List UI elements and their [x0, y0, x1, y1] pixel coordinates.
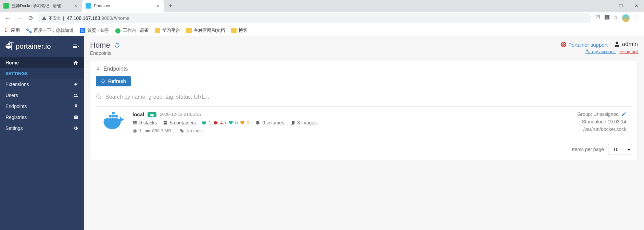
tab-title: 狂神Docker学习笔记 · 语雀 — [12, 3, 61, 9]
address-bar[interactable]: 不安全 | 47.108.167.163:9000/#/home — [38, 13, 591, 23]
browser-chrome: 狂神Docker学习笔记 · 语雀 × Portainer × + — ❐ ✕ … — [0, 0, 644, 36]
endpoints-panel: Endpoints Refresh — [90, 61, 638, 160]
endpoint-timestamp: 2020-12-13 21:05:35 — [160, 112, 201, 117]
address-row: ← → ⟳ 不安全 | 47.108.167.163:9000/#/home ⚿… — [0, 12, 644, 25]
window-controls: — ❐ ✕ — [598, 0, 644, 12]
server-icon — [163, 120, 168, 125]
app-root: portainer.io Home SETTINGS Extensions Us… — [0, 36, 644, 230]
sidebar-item-label: Extensions — [5, 82, 29, 87]
sidebar-item-users[interactable]: Users — [0, 90, 84, 101]
plug-icon — [74, 104, 78, 109]
sidebar-item-extensions[interactable]: Extensions — [0, 79, 84, 90]
new-tab-button[interactable]: + — [166, 1, 175, 11]
user-sub-links: 🔧 my account ↪ log out — [561, 49, 638, 54]
list-icon — [132, 120, 137, 125]
endpoint-right-column: Group: Unassigned Standalone 19.03.14 /v… — [558, 111, 626, 134]
home-icon — [73, 60, 78, 65]
reload-button[interactable]: ⟳ — [26, 13, 36, 23]
bookmarks-bar: ⠿ 应用 🐾百度一下，你就知道 知首页 - 知乎 ⬤工作台 · 语雀 学习平台 … — [0, 25, 644, 36]
bookmark-yuque[interactable]: ⬤工作台 · 语雀 — [115, 27, 149, 34]
svg-rect-7 — [112, 115, 115, 117]
edit-icon[interactable] — [621, 112, 626, 117]
back-button[interactable]: ← — [3, 13, 12, 23]
minimize-button[interactable]: — — [598, 0, 613, 12]
cogs-icon — [73, 126, 78, 131]
bookmark-zhihu[interactable]: 知首页 - 知乎 — [80, 27, 109, 34]
close-icon[interactable]: × — [73, 3, 78, 9]
close-window-button[interactable]: ✕ — [629, 0, 644, 12]
browser-tabs-row: 狂神Docker学习笔记 · 语雀 × Portainer × + — ❐ ✕ — [0, 0, 644, 12]
docker-icon — [102, 111, 126, 132]
url-text: 47.108.167.163:9000/#/home — [67, 15, 129, 21]
sidebar-toggle-icon[interactable] — [73, 44, 79, 49]
user-menu[interactable]: admin — [614, 41, 638, 48]
page-title: Home — [90, 41, 110, 50]
logout-link[interactable]: ↪ log out — [619, 49, 638, 54]
microchip-icon — [132, 129, 137, 133]
bookmark-blog[interactable]: 博客 — [231, 27, 248, 34]
bolt-icon — [74, 82, 78, 87]
sidebar-item-endpoints[interactable]: Endpoints — [0, 101, 84, 112]
svg-rect-10 — [134, 130, 136, 132]
avatar-icon[interactable] — [622, 14, 630, 22]
stat-volumes: 0 volumes — [255, 120, 284, 125]
yuque-icon — [3, 3, 9, 9]
endpoint-body: local up 2020-12-13 21:05:35 0 stacks 5 … — [132, 111, 552, 133]
sidebar-settings-header: SETTINGS — [0, 68, 84, 79]
logout-icon: ↪ — [619, 49, 623, 54]
portainer-icon — [86, 3, 91, 9]
baidu-icon: 🐾 — [26, 28, 31, 33]
my-account-link[interactable]: 🔧 my account — [585, 49, 616, 54]
svg-rect-8 — [115, 115, 118, 117]
stat-stacks: 0 stacks — [132, 120, 157, 125]
insecure-badge: 不安全 | — [42, 15, 64, 21]
warning-icon — [42, 16, 47, 21]
stat-cpu: 1 — [132, 128, 142, 133]
refresh-icon[interactable] — [114, 42, 121, 49]
browser-tab-active[interactable]: Portainer × — [82, 0, 164, 12]
power-on-icon — [202, 120, 206, 125]
plug-icon — [96, 66, 101, 71]
endpoint-stats-row: 0 stacks 5 containers - 1 4 / — [132, 120, 552, 125]
sidebar-item-registries[interactable]: Registries — [0, 112, 84, 123]
heartbeat-icon — [228, 120, 233, 125]
bookmark-study[interactable]: 学习平台 — [155, 27, 180, 34]
star-icon[interactable]: ☆ — [614, 14, 618, 22]
search-row — [96, 91, 632, 103]
maximize-button[interactable]: ❐ — [613, 0, 629, 12]
support-link[interactable]: Portainer support — [561, 42, 608, 48]
panel-title-row: Endpoints — [96, 66, 632, 72]
tags-icon — [179, 129, 184, 133]
endpoint-card[interactable]: local up 2020-12-13 21:05:35 0 stacks 5 … — [96, 106, 632, 139]
lifebuoy-icon — [561, 42, 566, 47]
key-icon[interactable]: ⚿ — [596, 14, 601, 22]
translate-icon[interactable]: 🅶 — [605, 14, 609, 22]
svg-rect-9 — [112, 112, 115, 114]
sidebar-item-home[interactable]: Home — [0, 57, 84, 68]
bookmark-docs[interactable]: 各种官网和文档 — [186, 27, 225, 34]
yuque-icon: ⬤ — [115, 28, 121, 33]
bookmark-baidu[interactable]: 🐾百度一下，你就知道 — [26, 27, 74, 34]
pager-label: Items per page — [572, 147, 604, 152]
forward-button[interactable]: → — [14, 13, 24, 23]
kebab-icon[interactable]: ⋮ — [634, 14, 639, 22]
users-icon — [73, 93, 78, 98]
sidebar: portainer.io Home SETTINGS Extensions Us… — [0, 36, 84, 230]
folder-icon — [155, 28, 160, 33]
items-per-page-select[interactable]: 10 — [608, 144, 632, 155]
endpoint-top-row: local up 2020-12-13 21:05:35 — [132, 111, 552, 117]
refresh-button[interactable]: Refresh — [96, 76, 131, 86]
page-title-row: Home — [90, 41, 121, 50]
close-icon[interactable]: × — [155, 3, 161, 9]
separator: - — [175, 128, 176, 133]
pager-row: Items per page 10 — [96, 144, 632, 155]
browser-tab-inactive[interactable]: 狂神Docker学习笔记 · 语雀 × — [0, 0, 82, 12]
sidebar-item-settings[interactable]: Settings — [0, 123, 84, 134]
stat-tags: No tags — [179, 128, 202, 133]
search-input[interactable] — [105, 91, 632, 103]
sidebar-item-label: Registries — [5, 114, 27, 120]
apps-button[interactable]: ⠿ 应用 — [3, 27, 20, 34]
apps-icon: ⠿ — [3, 28, 9, 33]
sidebar-item-label: Home — [5, 60, 19, 65]
panel-title: Endpoints — [103, 66, 128, 72]
